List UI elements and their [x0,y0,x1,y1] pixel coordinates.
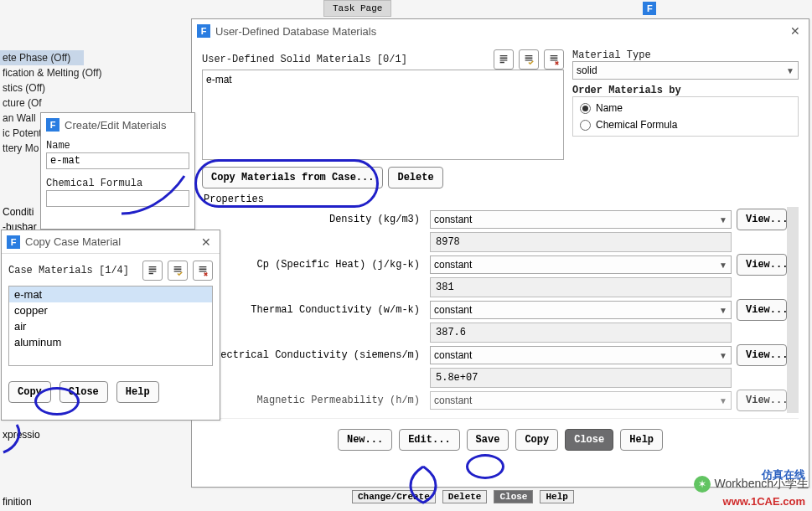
density-value[interactable]: 8978 [430,232,732,252]
density-view-button[interactable]: View... [737,209,787,230]
select-clear-icon[interactable] [544,49,564,70]
mag-mode-value: constant [434,395,472,406]
order-name-label: Name [596,102,623,114]
close-button[interactable]: Close [494,490,533,503]
select-all-icon[interactable] [494,49,514,70]
cp-view-button[interactable]: View... [737,254,787,276]
select-check-icon[interactable] [519,49,539,70]
tree-item[interactable]: ete Phase (Off) [0,50,84,65]
dialog-title: Copy Case Material [25,235,121,248]
mag-view-button[interactable]: View... [737,390,787,411]
copy-materials-from-case-button[interactable]: Copy Materials from Case... [202,167,383,188]
close-button[interactable]: Close [565,429,613,451]
tab-task-page[interactable]: Task Page [323,0,391,17]
density-mode-select[interactable]: constant▼ [430,210,732,229]
tree-item[interactable]: fication & Melting (Off) [0,65,84,80]
tree-item[interactable]: Conditi [0,204,40,219]
chem-formula-label: Chemical Formula [46,178,189,189]
mag-mode-select[interactable]: constant▼ [430,391,732,410]
watermark-link: www.1CAE.com [723,495,805,508]
chevron-down-icon: ▼ [719,261,727,270]
cp-value[interactable]: 381 [430,277,732,297]
properties-label: Properties [204,194,799,205]
titlebar: F Copy Case Material ✕ [2,230,220,254]
app-icon: F [46,118,59,132]
prop-label-density: Density (kg/m3) [202,214,425,225]
save-button[interactable]: Save [467,429,509,451]
material-type-select[interactable]: solid ▼ [572,61,799,80]
cp-mode-value: constant [434,259,472,271]
tree-item[interactable]: xpressio [0,427,40,442]
delete-button[interactable]: Delete [442,490,488,503]
order-chem-radio[interactable] [580,120,591,131]
parent-footer: Change/Create Delete Close Help [352,490,574,503]
tree-item[interactable]: cture (Of [0,95,84,111]
materials-listbox[interactable]: e-mat [202,70,564,160]
list-item[interactable]: air [9,318,212,334]
copy-case-material-dialog: F Copy Case Material ✕ Case Materials [1… [1,230,220,421]
delete-button[interactable]: Delete [388,167,442,188]
name-input[interactable] [46,152,189,169]
tree-item[interactable]: finition [0,494,40,509]
elec-value[interactable]: 5.8e+07 [430,368,732,388]
tree-item[interactable]: stics (Off) [0,80,84,95]
elec-view-button[interactable]: View... [737,344,787,366]
list-header: User-Defined Solid Materials [0/1] [202,54,489,65]
prop-label-cp: Cp (Specific Heat) (j/kg-k) [202,259,425,271]
fluent-icon: F [643,2,656,15]
app-icon: F [197,24,210,38]
prop-label-elec: Electrical Conductivity (siemens/m) [202,349,425,361]
close-button[interactable]: Close [59,381,108,403]
properties-panel: Density (kg/m3) constant▼ View... 8978 C… [202,207,799,413]
order-name-radio[interactable] [580,103,591,114]
elec-mode-select[interactable]: constant▼ [430,346,732,364]
density-mode-value: constant [434,214,472,225]
copy-button[interactable]: Copy [8,381,51,403]
thermal-mode-select[interactable]: constant▼ [430,301,732,319]
chevron-down-icon: ▼ [719,215,727,225]
list-item[interactable]: e-mat [206,74,560,85]
titlebar: F Create/Edit Materials [41,113,194,137]
help-button[interactable]: Help [116,381,159,403]
chevron-down-icon: ▼ [719,306,727,315]
tab-strip: Task Page F [323,0,661,17]
thermal-value[interactable]: 387.6 [430,323,732,343]
watermark-brand: 仿真在线 [762,467,805,483]
elec-mode-value: constant [434,349,472,361]
thermal-mode-value: constant [434,304,472,316]
create-edit-materials-dialog: F Create/Edit Materials Name Chemical Fo… [40,112,195,230]
list-item[interactable]: e-mat [9,286,212,302]
list-item[interactable]: copper [9,302,212,318]
chevron-down-icon: ▼ [719,396,727,405]
order-by-label: Order Materials by [572,85,799,96]
list-item[interactable]: aluminum [9,334,212,350]
material-type-label: Material Type [572,49,799,61]
case-materials-header: Case Materials [1/4] [8,265,137,276]
help-button[interactable]: Help [540,490,573,503]
prop-label-mag: Magnetic Permeability (h/m) [202,395,425,406]
user-defined-database-materials-dialog: F User-Defined Database Materials ✕ User… [191,18,809,488]
chevron-down-icon: ▼ [719,351,727,360]
dialog-title: User-Defined Database Materials [215,25,376,38]
cp-mode-select[interactable]: constant▼ [430,256,732,274]
select-all-icon[interactable] [142,261,163,281]
edit-button[interactable]: Edit... [399,429,459,451]
close-icon[interactable]: ✕ [198,234,215,250]
change-create-button[interactable]: Change/Create [352,490,436,503]
select-check-icon[interactable] [168,261,188,281]
thermal-view-button[interactable]: View... [737,299,787,321]
select-clear-icon[interactable] [193,261,213,281]
chem-formula-input[interactable] [46,190,189,207]
name-label: Name [46,140,189,152]
dialog-title: Create/Edit Materials [65,119,166,132]
order-chem-label: Chemical Formula [596,119,677,131]
close-icon[interactable]: ✕ [787,23,804,39]
new-button[interactable]: New... [338,429,392,451]
copy-button[interactable]: Copy [515,429,558,451]
help-button[interactable]: Help [620,429,663,451]
case-materials-listbox[interactable]: e-mat copper air aluminum [8,286,213,366]
titlebar: F User-Defined Database Materials ✕ [192,19,809,43]
prop-label-thermal: Thermal Conductivity (w/m-k) [202,304,425,316]
app-icon: F [7,235,20,249]
material-type-value: solid [577,65,597,76]
